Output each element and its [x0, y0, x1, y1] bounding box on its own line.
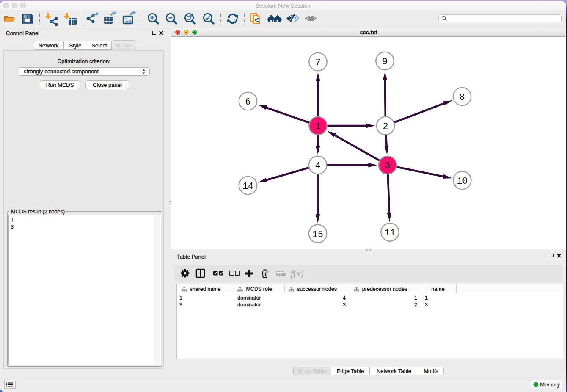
svg-text:10: 10 [457, 176, 468, 186]
svg-text:4: 4 [315, 161, 321, 171]
svg-text:f(x): f(x) [291, 268, 304, 279]
svg-text:6: 6 [245, 97, 251, 107]
svg-text:14: 14 [242, 181, 253, 191]
svg-text:9: 9 [382, 57, 388, 67]
svg-text:2: 2 [383, 121, 388, 132]
svg-text:1: 1 [315, 121, 321, 132]
svg-text:8: 8 [460, 92, 465, 102]
svg-text:15: 15 [312, 229, 323, 240]
svg-text:7: 7 [315, 58, 321, 68]
svg-text:11: 11 [385, 228, 396, 238]
svg-text:3: 3 [385, 161, 391, 171]
